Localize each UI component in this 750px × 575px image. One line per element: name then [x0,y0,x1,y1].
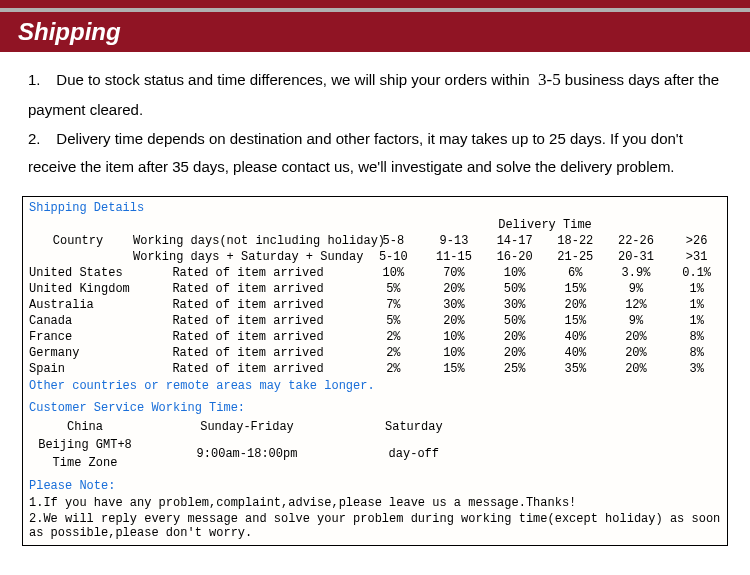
percent-cell: 20% [424,313,485,329]
rated-label-cell: Rated of item arrived [133,329,363,345]
table-row: CanadaRated of item arrived5%20%50%15%9%… [23,313,727,329]
percent-cell: 3.9% [606,265,667,281]
percent-cell: 10% [424,345,485,361]
please-note-title: Please Note: [23,477,727,495]
rated-label-cell: Rated of item arrived [133,361,363,377]
rated-label-cell: Rated of item arrived [133,281,363,297]
table-row: United KingdomRated of item arrived5%20%… [23,281,727,297]
percent-cell: 40% [545,345,606,361]
percent-cell: 25% [484,361,545,377]
percent-cell: 15% [545,281,606,297]
percent-cell: 50% [484,313,545,329]
percent-cell: 2% [363,345,424,361]
please-note-1: 1.If you have any problem,complaint,advi… [23,495,727,511]
percent-cell: 15% [545,313,606,329]
country-cell: United States [23,265,133,281]
country-cell: Australia [23,297,133,313]
percent-cell: 30% [484,297,545,313]
table-row: SpainRated of item arrived2%15%25%35%20%… [23,361,727,377]
percent-cell: 35% [545,361,606,377]
table-row: Beijing GMT+8 9:00am-18:00pm day-off [25,437,479,453]
percent-cell: 20% [545,297,606,313]
country-cell: Canada [23,313,133,329]
table-row: AustraliaRated of item arrived7%30%30%20… [23,297,727,313]
percent-cell: 10% [363,265,424,281]
percent-cell: 20% [424,281,485,297]
percent-cell: 9% [606,313,667,329]
percent-cell: 3% [666,361,727,377]
working-days-label-1: Working days(not including holiday) [133,233,363,249]
country-header: Country [23,233,133,249]
percent-cell: 1% [666,281,727,297]
table-row-ws: Working days + Saturday + Sunday 5-10 11… [23,249,727,265]
service-time-title: Customer Service Working Time: [23,399,727,417]
please-note-2: 2.We will reply every message and solve … [23,511,727,541]
percent-cell: 9% [606,281,667,297]
percent-cell: 20% [606,361,667,377]
country-cell: United Kingdom [23,281,133,297]
rated-label-cell: Rated of item arrived [133,265,363,281]
shipping-table: Delivery Time Country Working days(not i… [23,217,727,377]
percent-cell: 20% [606,329,667,345]
percent-cell: 50% [484,281,545,297]
list-num-1: 1. [28,66,48,95]
other-countries-note: Other countries or remote areas may take… [23,377,727,395]
table-row: China Sunday-Friday Saturday [25,419,479,435]
percent-cell: 6% [545,265,606,281]
percent-cell: 10% [424,329,485,345]
percent-cell: 10% [484,265,545,281]
country-cell: Germany [23,345,133,361]
shipping-details-box: Shipping Details Delivery Time Country W… [22,196,728,546]
percent-cell: 40% [545,329,606,345]
table-row-delivery-time: Delivery Time [23,217,727,233]
percent-cell: 7% [363,297,424,313]
percent-cell: 5% [363,281,424,297]
rated-label-cell: Rated of item arrived [133,313,363,329]
percent-cell: 2% [363,329,424,345]
intro-text: 1. Due to stock status and time differen… [0,52,750,196]
percent-cell: 8% [666,329,727,345]
service-time-table: China Sunday-Friday Saturday Beijing GMT… [23,417,481,473]
percent-cell: 8% [666,345,727,361]
list-num-2: 2. [28,125,48,154]
table-row: FranceRated of item arrived2%10%20%40%20… [23,329,727,345]
page-title: Shipping [0,8,750,52]
percent-cell: 2% [363,361,424,377]
intro-p2: Delivery time depends on destination and… [28,130,683,176]
table-row: GermanyRated of item arrived2%10%20%40%2… [23,345,727,361]
percent-cell: 20% [484,329,545,345]
percent-cell: 15% [424,361,485,377]
percent-cell: 1% [666,313,727,329]
percent-cell: 20% [484,345,545,361]
intro-ship-days: 3-5 [538,70,561,89]
country-cell: France [23,329,133,345]
intro-p1-partA: Due to stock status and time differences… [56,71,529,88]
percent-cell: 0.1% [666,265,727,281]
percent-cell: 5% [363,313,424,329]
shipping-details-title: Shipping Details [23,199,727,217]
percent-cell: 30% [424,297,485,313]
percent-cell: 12% [606,297,667,313]
percent-cell: 1% [666,297,727,313]
country-cell: Spain [23,361,133,377]
percent-cell: 70% [424,265,485,281]
rated-label-cell: Rated of item arrived [133,345,363,361]
rated-label-cell: Rated of item arrived [133,297,363,313]
percent-cell: 20% [606,345,667,361]
table-row-wd: Country Working days(not including holid… [23,233,727,249]
table-row: United StatesRated of item arrived10%70%… [23,265,727,281]
top-accent-bar [0,0,750,8]
working-days-label-2: Working days + Saturday + Sunday [133,249,363,265]
delivery-time-header: Delivery Time [363,217,727,233]
